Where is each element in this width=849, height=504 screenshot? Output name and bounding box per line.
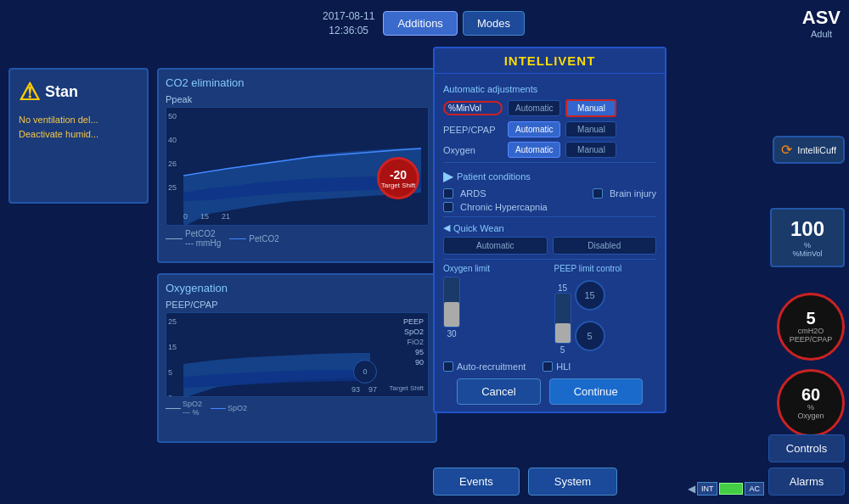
minvol-adj-name: %MinVol: [443, 101, 503, 115]
peep-manual-btn[interactable]: Manual: [565, 121, 616, 137]
y-label-40: 40: [168, 136, 177, 144]
oxy-y-0: 0: [168, 394, 177, 397]
controls-button[interactable]: Controls: [768, 434, 845, 462]
patient-conditions-header: ▶ Patient conditions: [443, 168, 656, 184]
ppeak-label: Ppeak: [166, 94, 429, 104]
hypercapnia-checkbox[interactable]: [443, 202, 453, 212]
modes-button[interactable]: Modes: [463, 11, 525, 36]
peep-slider[interactable]: [554, 293, 571, 344]
minvol-display: 100 % %MinVol: [770, 208, 845, 267]
header: 2017-08-11 12:36:05 Additions Modes ASV …: [0, 0, 849, 47]
limits-section: Oxygen limit 30 PEEP limit control 15: [443, 264, 656, 355]
datetime-display: 2017-08-11 12:36:05: [323, 9, 374, 38]
quick-wean-header: ◀ Quick Wean: [443, 222, 656, 233]
intellicuff-icon: ⟳: [781, 142, 792, 158]
peep-adj-name: PEEP/CPAP: [443, 125, 503, 135]
peep-automatic-btn[interactable]: Automatic: [508, 121, 560, 137]
ac-label: AC: [745, 482, 764, 496]
qw-automatic-btn[interactable]: Automatic: [443, 237, 548, 255]
oxy-legend: SpO2--- % SpO2: [166, 400, 429, 417]
intellicuff-button[interactable]: ⟳ IntelliCuff: [773, 136, 845, 164]
minvol-row: %MinVol Automatic Manual: [443, 99, 656, 117]
hli-check: HLI: [543, 361, 571, 372]
x-15: 15: [200, 212, 209, 221]
warning-title-text: Stan: [45, 83, 78, 101]
warning-line-2: Deactivate humid...: [19, 127, 138, 142]
minvol-manual-btn[interactable]: Manual: [565, 99, 616, 117]
header-buttons: Additions Modes: [383, 11, 525, 36]
system-button[interactable]: System: [528, 468, 617, 496]
oxy-chart: 25 15 5 0 PEEP SpO2 FiO2 95 90 0 93 97 T…: [166, 312, 429, 397]
oxy-y-25: 25: [168, 317, 177, 326]
warning-line-1: No ventilation del...: [19, 113, 138, 127]
minvol-automatic-btn[interactable]: Automatic: [508, 100, 560, 116]
oxy-y-15: 15: [168, 343, 177, 351]
oxygen-metric-val: 60: [801, 386, 820, 403]
oxygen-slider-container: 30: [443, 277, 460, 339]
oxygen-row: Oxygen Automatic Manual: [443, 142, 656, 158]
legend-petco2: PetCO2--- mmHg: [166, 229, 221, 248]
quick-wean-label: Quick Wean: [453, 223, 504, 233]
peep-val-90: 90: [403, 358, 424, 367]
oxy-right-labels: PEEP SpO2 FiO2 95 90: [403, 317, 424, 367]
int-label: INT: [697, 482, 718, 496]
minvol-unit: %: [804, 241, 811, 249]
qw-disabled-btn[interactable]: Disabled: [553, 237, 657, 255]
y-label-50: 50: [168, 112, 177, 120]
warning-icon: ⚠: [19, 78, 40, 106]
oxygen-metric-unit: %: [807, 403, 814, 412]
y-label-25: 25: [168, 183, 177, 192]
oxygen-slider[interactable]: [443, 277, 460, 328]
peep-circle-5[interactable]: 5: [575, 321, 605, 351]
oxy-x-labels: 93 97: [351, 385, 377, 394]
auto-recruitment-checkbox[interactable]: [443, 361, 453, 372]
target-val: -20: [390, 168, 407, 182]
fio2-right-label: FiO2: [403, 338, 424, 346]
brain-injury-checkbox[interactable]: [593, 188, 603, 199]
oxygenation-panel: Oxygenation PEEP/CPAP 25 15 5 0 PEEP SpO…: [157, 273, 437, 443]
oxy-title: Oxygenation: [166, 282, 429, 294]
intellivent-title: INTELLIVENT: [435, 48, 665, 74]
oxy-target-circle[interactable]: 0: [353, 360, 377, 384]
quick-wean-section: ◀ Quick Wean Automatic Disabled: [443, 222, 656, 255]
adult-label: Adult: [811, 29, 832, 39]
peep-limit-col: PEEP limit control 15 5 15 5: [554, 264, 657, 355]
cancel-button[interactable]: Cancel: [457, 378, 540, 405]
play-icon: ▶: [443, 168, 453, 184]
ards-checkbox[interactable]: [443, 188, 453, 199]
peep-label: PEEP/CPAP: [166, 300, 429, 310]
co2-title: CO2 elimination: [166, 76, 429, 89]
peep-val-95: 95: [403, 348, 424, 356]
peep-metric-circle[interactable]: 5 cmH2O PEEP/CPAP: [777, 293, 845, 361]
auto-recruitment-label: Auto-recruitment: [457, 361, 526, 372]
peep-circle-15[interactable]: 15: [575, 280, 605, 311]
co2-y-labels: 50 40 26 25: [168, 112, 177, 192]
warning-panel: ⚠ Stan No ventilation del... Deactivate …: [8, 68, 149, 204]
hypercapnia-label: Chronic Hypercapnia: [460, 202, 548, 212]
alarms-button[interactable]: Alarms: [768, 468, 845, 496]
continue-button[interactable]: Continue: [549, 378, 643, 405]
x-21: 21: [222, 212, 230, 221]
oxy-legend-line: [166, 408, 181, 409]
arrow-icon: ◀: [688, 483, 695, 495]
oxy-legend-line-2: [211, 408, 226, 409]
spo2-right-label: SpO2: [403, 328, 424, 336]
int-ac-display: ◀ INT AC: [688, 482, 764, 496]
additions-button[interactable]: Additions: [383, 11, 457, 36]
target-shift-button[interactable]: -20 Target Shift: [377, 157, 419, 199]
oxygen-manual-btn[interactable]: Manual: [565, 142, 616, 158]
asv-label: ASV: [802, 7, 841, 29]
oxygen-metric-circle[interactable]: 60 % Oxygen: [777, 369, 845, 437]
oxy-y-labels: 25 15 5 0: [168, 317, 177, 397]
peep-fill: [555, 323, 571, 343]
oxy-target-label: Target Shift: [390, 378, 424, 394]
peep-row: PEEP/CPAP Automatic Manual: [443, 121, 656, 137]
hli-checkbox[interactable]: [543, 361, 553, 372]
co2-panel: CO2 elimination Ppeak 50 40 26 25 -20 Ta…: [157, 68, 437, 263]
oxygen-automatic-btn[interactable]: Automatic: [508, 142, 560, 158]
x-0: 0: [183, 212, 188, 221]
oxygen-limit-label: Oxygen limit: [443, 264, 546, 273]
oxygen-slider-val: 30: [447, 329, 456, 339]
divider-2: [443, 216, 656, 217]
events-button[interactable]: Events: [433, 468, 520, 496]
